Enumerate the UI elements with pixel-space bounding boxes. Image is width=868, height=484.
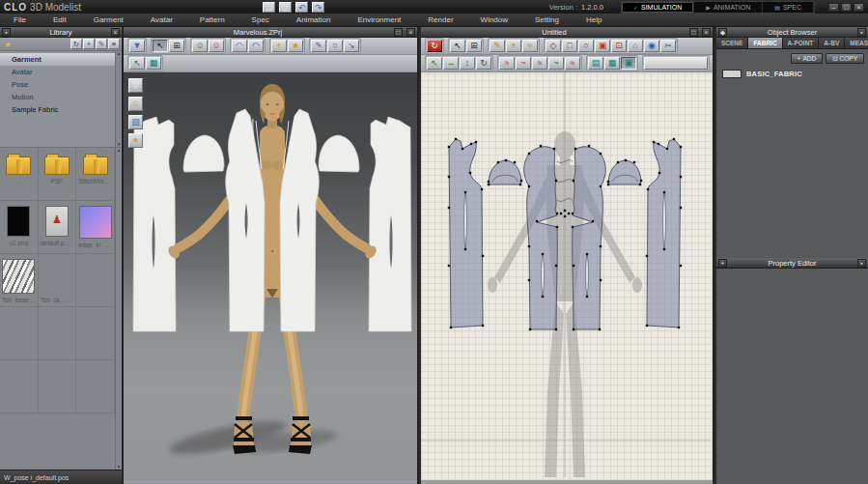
pin-tool-icon[interactable]: + xyxy=(271,40,287,52)
library-item-garment[interactable]: Garment xyxy=(0,53,122,66)
open-project-icon[interactable]: ▥ xyxy=(279,2,292,13)
polygon-tool-icon[interactable]: ◇ xyxy=(546,40,561,52)
segment-sewing-icon[interactable]: ≈ xyxy=(499,57,515,70)
drape-cloth-icon[interactable]: ◠ xyxy=(232,40,247,52)
tab-fabric[interactable]: FABRIC xyxy=(748,38,782,48)
refresh-library-icon[interactable]: ↻ xyxy=(70,39,82,49)
tab-measure[interactable]: MEASURE xyxy=(845,38,868,48)
drag-pin-icon[interactable]: ↘ xyxy=(344,40,359,52)
internal-rect-icon[interactable]: ⊡ xyxy=(611,40,627,52)
library-folder-up[interactable]: .. xyxy=(0,148,39,201)
flip-horizontal-icon[interactable]: ↔ xyxy=(443,57,459,70)
tack-tool-icon[interactable]: ★ xyxy=(288,40,303,52)
tab-a-point[interactable]: A-POINT xyxy=(783,38,820,48)
tape-tool-icon[interactable]: ○ xyxy=(327,40,343,52)
free-sewing-icon[interactable]: ~ xyxy=(516,57,531,70)
pattern-piece-front-left[interactable] xyxy=(524,147,558,329)
pattern-piece-right-cap[interactable] xyxy=(608,160,641,185)
edit-point-icon[interactable]: ✎ xyxy=(490,40,505,52)
flip-vertical-icon[interactable]: ↕ xyxy=(460,57,475,70)
menu-item-animation[interactable]: Animation xyxy=(283,15,345,24)
pattern-piece-front-right[interactable] xyxy=(573,147,606,329)
show-avatar-toggle-icon[interactable]: ☺ xyxy=(128,97,143,111)
redo-icon[interactable]: ↷ xyxy=(312,2,324,13)
measure-tool-icon[interactable]: ✎ xyxy=(311,40,326,52)
select-tool-icon[interactable]: ↖ xyxy=(153,40,168,52)
property-editor-close-icon[interactable]: ▪ xyxy=(857,259,866,268)
menu-item-edit[interactable]: Edit xyxy=(40,15,80,24)
mode-button-animation[interactable]: ▶ANIMATION xyxy=(694,2,763,13)
menu-item-setting[interactable]: Setting xyxy=(521,15,573,24)
box-select-icon[interactable]: ⊞ xyxy=(169,40,184,52)
menu-item-help[interactable]: Help xyxy=(573,15,615,24)
simulate-icon[interactable]: ▼ xyxy=(129,40,145,52)
add-point-icon[interactable]: + xyxy=(506,40,521,52)
library-dock-icon[interactable]: ▪ xyxy=(2,28,11,37)
show-grid-icon[interactable]: ▦ xyxy=(604,57,620,70)
object-browser-dock-icon[interactable]: ◆ xyxy=(718,28,727,37)
menu-item-render[interactable]: Render xyxy=(414,15,466,24)
library-folder-stitchmissed[interactable]: StitchMissed xyxy=(76,148,115,201)
show-avatar-icon[interactable]: ☺ xyxy=(192,40,208,52)
show-garment-icon[interactable]: ▽ xyxy=(128,78,143,93)
library-item-motion[interactable]: Motion xyxy=(0,91,122,103)
copy-fabric-button[interactable]: ⊡ COPY xyxy=(826,53,864,64)
edit-curvature-icon[interactable]: ≈ xyxy=(522,40,538,52)
restore-window-icon[interactable]: □ xyxy=(689,28,698,37)
detach-sewing-icon[interactable]: ~ xyxy=(548,57,564,70)
library-view-menu-icon[interactable]: ≡ xyxy=(108,39,120,49)
add-fabric-button[interactable]: + ADD xyxy=(791,53,824,64)
edit-sewing-icon[interactable]: ≈ xyxy=(532,57,547,70)
undo-icon[interactable]: ↶ xyxy=(295,2,308,13)
object-browser-close-icon[interactable]: ▪ xyxy=(857,28,866,37)
check-sewing-icon[interactable]: ≈ xyxy=(565,57,580,70)
library-item-sample-fabric[interactable]: Sample Fabric xyxy=(0,103,122,116)
save-icon[interactable]: ▤ xyxy=(263,2,275,13)
edit-pattern-box-icon[interactable]: ⊞ xyxy=(466,40,482,52)
library-thumbnail-fabric[interactable]: Tsb_base.png xyxy=(0,254,39,307)
preset-blank-button[interactable] xyxy=(644,57,708,70)
edit-library-item-icon[interactable]: ✎ xyxy=(96,39,107,49)
library-thumbnail-fabric-2[interactable]: Tsb_ck_.png xyxy=(39,254,77,307)
menu-item-window[interactable]: Window xyxy=(467,15,521,24)
pattern-2d-canvas[interactable] xyxy=(421,72,713,484)
minimize-button[interactable]: – xyxy=(828,3,839,12)
rotate-pattern-icon[interactable]: ↻ xyxy=(476,57,491,70)
move-pattern-icon[interactable]: ↖ xyxy=(427,57,442,70)
library-folder-psf[interactable]: PSF xyxy=(39,148,77,201)
tab-a-bv[interactable]: A-BV xyxy=(819,38,845,48)
library-item-pose[interactable]: Pose xyxy=(0,78,122,91)
internal-polygon-icon[interactable]: ▣ xyxy=(595,40,610,52)
transform-pattern-icon[interactable]: ↻ xyxy=(427,40,442,52)
favorites-star-icon[interactable]: ★ xyxy=(4,40,12,49)
grid-texture-icon[interactable]: ▦ xyxy=(146,57,161,70)
add-library-item-icon[interactable]: + xyxy=(83,39,95,49)
menu-item-pattern[interactable]: Pattern xyxy=(186,15,238,24)
circle-tool-icon[interactable]: ○ xyxy=(578,40,594,52)
mode-button-spec[interactable]: ▤SPEC xyxy=(763,2,814,13)
restore-window-icon[interactable]: □ xyxy=(394,28,403,37)
select-texture-icon[interactable]: ↖ xyxy=(129,57,145,70)
menu-item-avatar[interactable]: Avatar xyxy=(137,15,186,24)
menu-item-environment[interactable]: Environment xyxy=(344,15,414,24)
menu-item-garment[interactable]: Garment xyxy=(80,15,137,24)
library-close-icon[interactable]: × xyxy=(111,28,120,37)
show-pattern-icon[interactable]: ▧ xyxy=(128,115,143,129)
dart-tool-icon[interactable]: ⌂ xyxy=(628,40,643,52)
thumbnail-grid-scrollbar[interactable]: ▲▼ xyxy=(115,148,122,470)
library-item-avatar[interactable]: Avatar xyxy=(0,66,122,78)
close-window-icon[interactable]: × xyxy=(702,28,711,37)
close-button[interactable]: × xyxy=(854,3,864,12)
library-thumbnail-edge[interactable]: edge_in_.jpg xyxy=(76,201,115,254)
pattern-piece-left-cap[interactable] xyxy=(489,160,521,185)
edit-pattern-icon[interactable]: ↖ xyxy=(450,40,465,52)
show-sewing-icon[interactable]: ▤ xyxy=(588,57,603,70)
reset-cloth-icon[interactable]: ◠ xyxy=(248,40,264,52)
property-editor-expand-icon[interactable]: + xyxy=(718,259,727,268)
rectangle-tool-icon[interactable]: □ xyxy=(562,40,577,52)
fabric-list-item[interactable]: BASIC_FABRIC xyxy=(716,67,868,81)
library-thumbnail-o2[interactable]: o2.png xyxy=(0,201,39,254)
library-list-scrollbar[interactable]: ▲ ▼ xyxy=(115,51,122,147)
tab-scene[interactable]: SCENE xyxy=(716,38,748,48)
menu-item-file[interactable]: File xyxy=(0,15,40,24)
